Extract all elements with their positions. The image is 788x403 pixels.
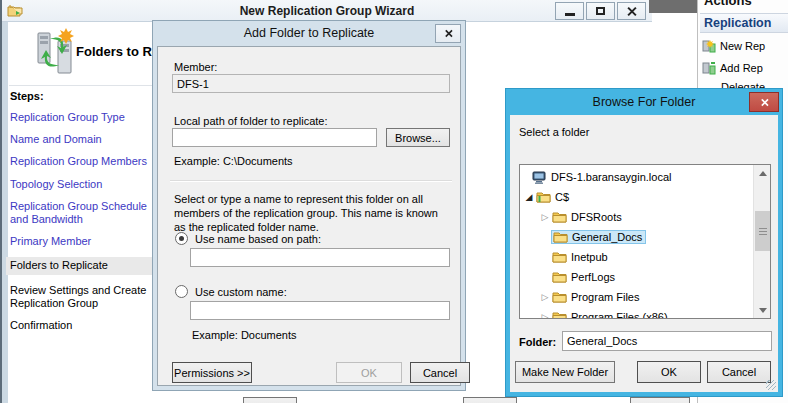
step-review-settings: Review Settings and Create Replication G…	[10, 284, 152, 310]
folder-icon	[552, 291, 567, 303]
cancel-button[interactable]: Cancel	[410, 362, 470, 383]
close-icon	[626, 6, 637, 17]
minimize-icon	[565, 13, 575, 16]
folder-icon	[553, 231, 568, 243]
use-custom-name-label[interactable]: Use custom name:	[195, 286, 287, 298]
browse-for-folder-dialog: Browse For Folder Select a folder	[505, 88, 783, 397]
expanded-arrow-icon[interactable]: ◢	[522, 192, 536, 202]
custom-name-example-text: Example: Documents	[192, 329, 297, 341]
dialog-close-button[interactable]	[749, 92, 779, 112]
use-custom-name-radio[interactable]	[175, 285, 188, 298]
tree-item-dfsroots[interactable]: ▷ DFSRoots	[520, 207, 753, 227]
member-field: DFS-1	[172, 74, 450, 93]
browse-button[interactable]: Browse...	[386, 128, 450, 147]
edit-button[interactable]: Edit...	[463, 397, 517, 403]
maximize-icon	[596, 7, 605, 15]
minimize-button[interactable]	[555, 2, 584, 20]
tree-item-label: Program Files	[571, 291, 639, 303]
dialog-close-button[interactable]	[435, 24, 461, 43]
tree-scrollbar[interactable]	[753, 165, 770, 318]
use-name-based-on-path-radio[interactable]	[175, 232, 188, 245]
scroll-down-button[interactable]	[754, 302, 771, 318]
step-folders-to-replicate[interactable]: Folders to Replicate	[6, 257, 158, 274]
folder-tree: DFS-1.baransaygin.local ◢ C$	[519, 164, 771, 319]
tree-item-label: DFS-1.baransaygin.local	[551, 171, 671, 183]
shared-folder-icon	[536, 191, 551, 203]
step-confirmation: Confirmation	[10, 319, 152, 332]
step-name-and-domain[interactable]: Name and Domain	[10, 133, 152, 146]
step-replication-group-members[interactable]: Replication Group Members	[10, 155, 152, 168]
member-label: Member:	[174, 61, 217, 73]
tree-item-computer[interactable]: DFS-1.baransaygin.local	[520, 167, 753, 187]
tree-item-inetpub[interactable]: Inetpub	[520, 247, 753, 267]
folder-icon	[552, 311, 567, 319]
scrollbar-thumb[interactable]	[755, 211, 770, 251]
tree-item-label: DFSRoots	[571, 211, 622, 223]
make-new-folder-button[interactable]: Make New Folder	[515, 361, 615, 383]
arrow-down-icon	[759, 308, 767, 313]
name-based-on-path-input[interactable]	[190, 248, 450, 267]
folder-name-input[interactable]: General_Docs	[562, 331, 772, 351]
local-path-input[interactable]	[172, 128, 377, 147]
steps-panel: Steps: Replication Group Type Name and D…	[10, 90, 152, 341]
tree-item-label: C$	[555, 191, 569, 203]
selected-tree-item[interactable]: General_Docs	[551, 230, 646, 244]
resize-grip[interactable]	[766, 380, 776, 390]
steps-separator	[9, 85, 152, 86]
tree-item-perflogs[interactable]: PerfLogs	[520, 267, 753, 287]
path-example-text: Example: C:\Documents	[174, 155, 293, 167]
local-path-label: Local path of folder to replicate:	[174, 115, 327, 127]
select-a-folder-label: Select a folder	[519, 126, 589, 138]
tree-item-label: General_Docs	[572, 231, 642, 243]
replicated-folder-description: Select or type a name to represent this …	[174, 193, 452, 234]
action-label: Add Rep	[720, 62, 763, 74]
separator	[170, 180, 452, 182]
action-label: New Rep	[720, 40, 765, 52]
scroll-up-button[interactable]	[754, 165, 771, 181]
dialog-body: Member: DFS-1 Local path of folder to re…	[157, 46, 461, 386]
dialog-title: Add Folder to Replicate	[153, 26, 465, 40]
step-schedule-and-bandwidth[interactable]: Replication Group Schedule and Bandwidth	[10, 200, 152, 226]
actions-title: Actions	[704, 0, 752, 8]
cancel-button[interactable]: Cancel	[707, 361, 771, 383]
close-icon	[444, 29, 453, 38]
tree-item-c-drive[interactable]: ◢ C$	[520, 187, 753, 207]
tree-item-label: Program Files (x86)	[571, 311, 668, 319]
step-primary-member[interactable]: Primary Member	[10, 235, 152, 248]
use-name-based-on-path-label[interactable]: Use name based on path:	[195, 233, 321, 245]
tree-item-general-docs[interactable]: General_Docs	[520, 227, 753, 247]
folder-icon	[552, 211, 567, 223]
background-window-edge	[649, 0, 697, 13]
window-left-frame	[2, 0, 8, 403]
ok-button: OK	[336, 362, 402, 383]
folder-icon	[552, 251, 567, 263]
step-topology-selection[interactable]: Topology Selection	[10, 178, 152, 191]
collapsed-arrow-icon[interactable]: ▷	[538, 312, 552, 319]
tree-item-program-files-x86[interactable]: ▷ Program Files (x86)	[520, 307, 753, 319]
add-button[interactable]: Add...	[243, 397, 297, 403]
maximize-button[interactable]	[586, 2, 615, 20]
action-new-replication[interactable]: New Rep	[702, 39, 765, 53]
tree-item-label: PerfLogs	[571, 271, 615, 283]
tree-item-program-files[interactable]: ▷ Program Files	[520, 287, 753, 307]
folder-icon	[552, 271, 567, 283]
actions-group-replication[interactable]: Replication	[700, 13, 788, 33]
collapsed-arrow-icon[interactable]: ▷	[538, 212, 552, 222]
action-add-replication[interactable]: Add Rep	[702, 61, 763, 75]
permissions-button[interactable]: Permissions >>	[172, 362, 252, 383]
tree-item-label: Inetpub	[571, 251, 608, 263]
remove-button[interactable]: Remove	[630, 397, 690, 403]
arrow-up-icon	[759, 171, 767, 176]
server-new-icon	[702, 39, 716, 53]
dialog-body: Select a folder DFS-1.baransaygin.lo	[510, 115, 778, 392]
dfs-replication-servers-icon	[36, 27, 74, 75]
step-replication-group-type[interactable]: Replication Group Type	[10, 111, 152, 124]
computer-icon	[532, 171, 547, 184]
window-close-button[interactable]	[617, 2, 646, 20]
server-add-icon	[702, 61, 716, 75]
custom-name-input[interactable]	[190, 301, 450, 320]
collapsed-arrow-icon[interactable]: ▷	[538, 292, 552, 302]
steps-label: Steps:	[10, 90, 152, 102]
close-icon	[760, 98, 769, 107]
ok-button[interactable]: OK	[637, 361, 701, 383]
